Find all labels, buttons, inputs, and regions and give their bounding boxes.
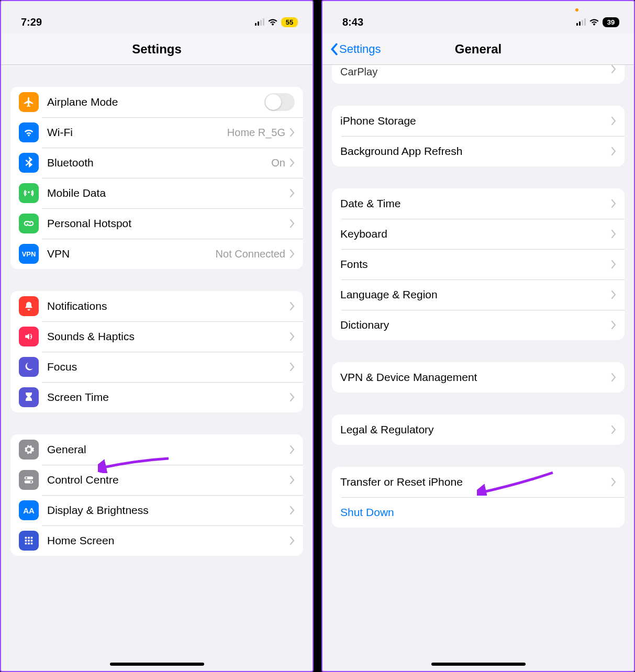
recording-indicator-icon (575, 8, 578, 12)
home-indicator[interactable] (431, 663, 526, 666)
status-bar: 7:29 55 (1, 1, 313, 33)
row-carplay[interactable]: CarPlay (332, 65, 625, 84)
row-label: Transfer or Reset iPhone (340, 476, 611, 488)
hourglass-icon (19, 387, 39, 407)
general-list[interactable]: CarPlay iPhone Storage Background App Re… (322, 65, 634, 671)
row-label: Dictionary (340, 319, 611, 331)
settings-screen: 7:29 55 Settings Airplane Mode (0, 0, 314, 672)
wifi-icon (268, 18, 278, 26)
row-date-time[interactable]: Date & Time (332, 188, 625, 219)
cellular-icon (255, 18, 264, 26)
row-transfer-reset[interactable]: Transfer or Reset iPhone (332, 467, 625, 497)
row-shut-down[interactable]: Shut Down (332, 497, 625, 528)
row-legal-regulatory[interactable]: Legal & Regulatory (332, 415, 625, 445)
back-button[interactable]: Settings (330, 42, 381, 56)
svg-rect-6 (31, 537, 33, 539)
row-bluetooth[interactable]: Bluetooth On (10, 148, 303, 178)
svg-rect-5 (28, 537, 30, 539)
airplane-icon (19, 92, 39, 112)
row-label: Mobile Data (47, 187, 289, 199)
vpn-icon: VPN (19, 244, 39, 264)
row-label: Keyboard (340, 228, 611, 240)
row-label: Shut Down (340, 506, 616, 519)
speaker-icon (19, 327, 39, 346)
row-value: On (271, 157, 285, 169)
row-label: VPN (47, 248, 216, 260)
chevron-right-icon (289, 128, 295, 137)
svg-rect-9 (31, 540, 33, 542)
chevron-right-icon (611, 290, 616, 299)
chevron-right-icon (611, 260, 616, 268)
row-airplane-mode[interactable]: Airplane Mode (10, 87, 303, 117)
row-label: Screen Time (47, 391, 289, 404)
home-indicator[interactable] (110, 663, 204, 666)
row-label: Airplane Mode (47, 96, 264, 108)
wifi-icon (589, 18, 599, 26)
chevron-right-icon (289, 302, 295, 310)
row-label: Notifications (47, 300, 289, 312)
row-focus[interactable]: Focus (10, 352, 303, 382)
row-label: VPN & Device Management (340, 371, 611, 384)
legal-group: Legal & Regulatory (332, 415, 625, 445)
locale-group: Date & Time Keyboard Fonts Language & Re… (332, 188, 625, 340)
row-iphone-storage[interactable]: iPhone Storage (332, 106, 625, 136)
svg-rect-7 (25, 540, 27, 542)
row-label: Personal Hotspot (47, 217, 289, 230)
chevron-right-icon (289, 332, 295, 341)
row-label: Legal & Regulatory (340, 423, 611, 436)
status-bar: 8:43 39 (322, 1, 634, 33)
row-notifications[interactable]: Notifications (10, 291, 303, 321)
chevron-right-icon (611, 373, 616, 382)
page-title: Settings (132, 42, 182, 57)
navbar: Settings General (322, 33, 634, 65)
status-time: 8:43 (342, 16, 363, 28)
row-label: iPhone Storage (340, 115, 611, 127)
cellular-icon (576, 18, 586, 26)
row-sounds-haptics[interactable]: Sounds & Haptics (10, 321, 303, 352)
chevron-right-icon (611, 147, 616, 155)
antenna-icon (19, 183, 39, 203)
chevron-right-icon (289, 445, 295, 454)
row-wifi[interactable]: Wi-Fi Home R_5G (10, 117, 303, 148)
row-fonts[interactable]: Fonts (332, 249, 625, 279)
svg-point-1 (26, 477, 28, 479)
row-label: Control Centre (47, 474, 289, 486)
row-label: Focus (47, 361, 289, 373)
chevron-right-icon (611, 321, 616, 329)
row-screen-time[interactable]: Screen Time (10, 382, 303, 412)
reset-group: Transfer or Reset iPhone Shut Down (332, 467, 625, 528)
row-label: Date & Time (340, 197, 611, 210)
row-personal-hotspot[interactable]: Personal Hotspot (10, 208, 303, 239)
row-label: Sounds & Haptics (47, 330, 289, 343)
row-dictionary[interactable]: Dictionary (332, 310, 625, 340)
back-label: Settings (339, 42, 381, 56)
row-control-centre[interactable]: Control Centre (10, 465, 303, 495)
svg-rect-4 (25, 537, 27, 539)
chevron-right-icon (611, 478, 616, 486)
apps-icon (19, 531, 39, 551)
row-home-screen[interactable]: Home Screen (10, 525, 303, 556)
chevron-right-icon (289, 250, 295, 258)
row-label: General (47, 443, 289, 456)
chevron-right-icon (611, 199, 616, 208)
bell-icon (19, 296, 39, 316)
row-vpn[interactable]: VPN VPN Not Connected (10, 239, 303, 269)
settings-list[interactable]: Airplane Mode Wi-Fi Home R_5G Bluetooth … (1, 65, 313, 671)
link-icon (19, 214, 39, 233)
aa-icon: AA (19, 500, 39, 520)
row-value: Not Connected (216, 248, 285, 260)
row-vpn-device-management[interactable]: VPN & Device Management (332, 362, 625, 393)
row-keyboard[interactable]: Keyboard (332, 219, 625, 249)
page-title: General (455, 42, 502, 57)
airplane-toggle[interactable] (264, 93, 295, 111)
chevron-right-icon (289, 476, 295, 484)
vpn-group: VPN & Device Management (332, 362, 625, 393)
row-mobile-data[interactable]: Mobile Data (10, 178, 303, 208)
status-time: 7:29 (21, 16, 42, 28)
row-language-region[interactable]: Language & Region (332, 279, 625, 310)
row-display-brightness[interactable]: AA Display & Brightness (10, 495, 303, 525)
svg-point-3 (30, 481, 32, 483)
row-general[interactable]: General (10, 434, 303, 465)
svg-rect-8 (28, 540, 30, 542)
row-background-app-refresh[interactable]: Background App Refresh (332, 136, 625, 166)
